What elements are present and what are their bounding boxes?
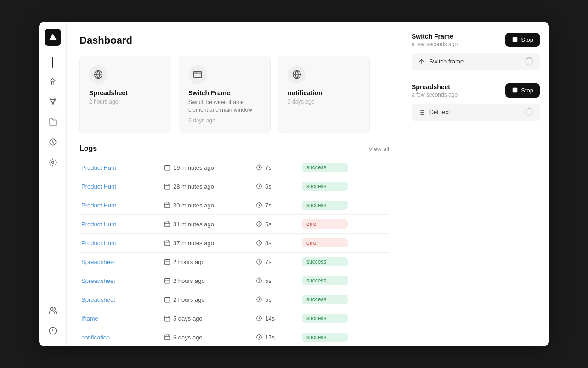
log-name[interactable]: Spreadsheet <box>81 259 164 265</box>
status-badge: success <box>302 163 348 172</box>
svg-marker-0 <box>49 34 57 40</box>
loading-spinner <box>525 58 533 66</box>
right-panel: Switch Frame a few seconds ago Stop Swit… <box>402 22 549 347</box>
page-title: Dashboard <box>79 34 389 46</box>
panel-item-name: Spreadsheet <box>412 83 458 91</box>
agent-card-switch-frame[interactable]: Switch Frame Switch between iframe eleme… <box>179 56 271 134</box>
log-time: 28 minutes ago <box>164 183 256 190</box>
log-time: 6 days ago <box>164 334 256 341</box>
log-time: 30 minutes ago <box>164 202 256 209</box>
panel-action-label: Switch frame <box>418 58 464 65</box>
panel-item-info: Switch Frame a few seconds ago <box>412 33 458 47</box>
sidebar-divider <box>52 57 53 68</box>
log-duration: 8s <box>256 240 302 247</box>
log-name[interactable]: Product Hunt <box>81 221 164 228</box>
table-row[interactable]: Product Hunt 37 minutes ago 8s error <box>79 234 389 253</box>
status-badge: success <box>302 295 348 304</box>
log-duration: 5s <box>256 296 302 303</box>
table-row[interactable]: Spreadsheet 2 hours ago 5s success <box>79 290 389 309</box>
agent-card-notification[interactable]: notification 6 days ago <box>278 56 370 134</box>
log-time: 31 minutes ago <box>164 221 256 228</box>
log-duration: 7s <box>256 259 302 265</box>
log-name[interactable]: Product Hunt <box>81 240 164 247</box>
status-badge: error <box>302 238 348 247</box>
table-row[interactable]: Iframe 5 days ago 14s success <box>79 309 389 328</box>
log-duration: 14s <box>256 315 302 322</box>
svg-rect-80 <box>513 37 518 42</box>
log-name[interactable]: Product Hunt <box>81 202 164 209</box>
agent-notification-name: notification <box>288 89 360 97</box>
panel-action-row: Get text <box>412 104 540 121</box>
log-duration: 7s <box>256 164 302 171</box>
status-badge: success <box>302 201 348 210</box>
panel-action-row: Switch frame <box>412 53 540 70</box>
status-badge: success <box>302 314 348 323</box>
log-name[interactable]: notification <box>81 334 164 341</box>
sidebar-logo[interactable] <box>45 29 61 46</box>
svg-point-2 <box>54 99 56 100</box>
sidebar-item-users[interactable] <box>45 302 61 319</box>
agent-notification-time: 6 days ago <box>288 98 360 105</box>
svg-point-9 <box>50 308 53 310</box>
sidebar-item-flows[interactable] <box>45 93 61 110</box>
log-name[interactable]: Iframe <box>81 315 164 322</box>
svg-rect-38 <box>165 222 170 227</box>
table-row[interactable]: notification 6 days ago 17s success <box>79 328 389 346</box>
svg-rect-82 <box>513 88 518 93</box>
svg-point-3 <box>52 103 53 104</box>
table-row[interactable]: Product Hunt 28 minutes ago 6s success <box>79 177 389 196</box>
log-name[interactable]: Product Hunt <box>81 183 164 190</box>
logs-title: Logs <box>79 144 97 153</box>
panel-item-1: Spreadsheet a few seconds ago Stop Get t… <box>412 83 540 121</box>
agent-card-spreadsheet[interactable]: Spreadsheet 2 hours ago <box>79 56 171 134</box>
status-badge: success <box>302 182 348 191</box>
agent-spreadsheet-time: 2 hours ago <box>89 98 162 105</box>
status-badge: success <box>302 257 348 266</box>
status-badge: success <box>302 333 348 342</box>
sidebar-item-home[interactable] <box>45 73 61 90</box>
spreadsheet-icon <box>89 65 107 84</box>
sidebar-item-settings[interactable] <box>45 154 61 171</box>
table-row[interactable]: Spreadsheet 2 hours ago 5s success <box>79 271 389 290</box>
agent-spreadsheet-name: Spreadsheet <box>89 89 162 97</box>
table-row[interactable]: Product Hunt 19 minutes ago 7s success <box>79 158 389 177</box>
table-row[interactable]: Product Hunt 31 minutes ago 5s error <box>79 215 389 234</box>
log-time: 5 days ago <box>164 315 256 322</box>
main-content: Dashboard Spreadsheet 2 hours ago <box>67 22 402 347</box>
panel-item-name: Switch Frame <box>412 33 458 40</box>
svg-rect-20 <box>165 166 170 171</box>
panel-item-header: Spreadsheet a few seconds ago Stop <box>412 83 540 98</box>
panel-action-label: Get text <box>418 109 450 116</box>
log-name[interactable]: Product Hunt <box>81 164 164 171</box>
svg-rect-26 <box>165 184 170 190</box>
panel-item-time: a few seconds ago <box>412 92 458 98</box>
panel-item-0: Switch Frame a few seconds ago Stop Swit… <box>412 33 540 70</box>
svg-point-8 <box>51 161 54 163</box>
log-duration: 7s <box>256 202 302 209</box>
sidebar-item-info[interactable] <box>45 322 61 339</box>
log-duration: 5s <box>256 221 302 228</box>
agent-switchframe-desc: Switch between iframe element and main w… <box>188 98 261 114</box>
stop-button[interactable]: Stop <box>505 83 540 98</box>
sidebar-item-history[interactable] <box>45 134 61 150</box>
log-name[interactable]: Spreadsheet <box>81 296 164 303</box>
sidebar-item-files[interactable] <box>45 114 61 130</box>
svg-rect-44 <box>165 241 170 246</box>
panel-item-header: Switch Frame a few seconds ago Stop <box>412 33 540 47</box>
switch-frame-icon <box>188 65 207 84</box>
sidebar <box>39 22 67 347</box>
panel-item-time: a few seconds ago <box>412 41 458 47</box>
svg-line-6 <box>53 100 55 103</box>
log-time: 37 minutes ago <box>164 240 256 247</box>
loading-spinner <box>525 108 533 116</box>
view-all-link[interactable]: View all <box>368 145 389 152</box>
status-badge: error <box>302 219 348 229</box>
log-time: 2 hours ago <box>164 277 256 284</box>
panel-item-info: Spreadsheet a few seconds ago <box>412 83 458 98</box>
log-time: 2 hours ago <box>164 296 256 303</box>
table-row[interactable]: Spreadsheet 2 hours ago 7s success <box>79 253 389 271</box>
stop-button[interactable]: Stop <box>505 33 540 47</box>
log-name[interactable]: Spreadsheet <box>81 277 164 284</box>
table-row[interactable]: Product Hunt 30 minutes ago 7s success <box>79 196 389 215</box>
logs-header: Logs View all <box>79 144 389 153</box>
